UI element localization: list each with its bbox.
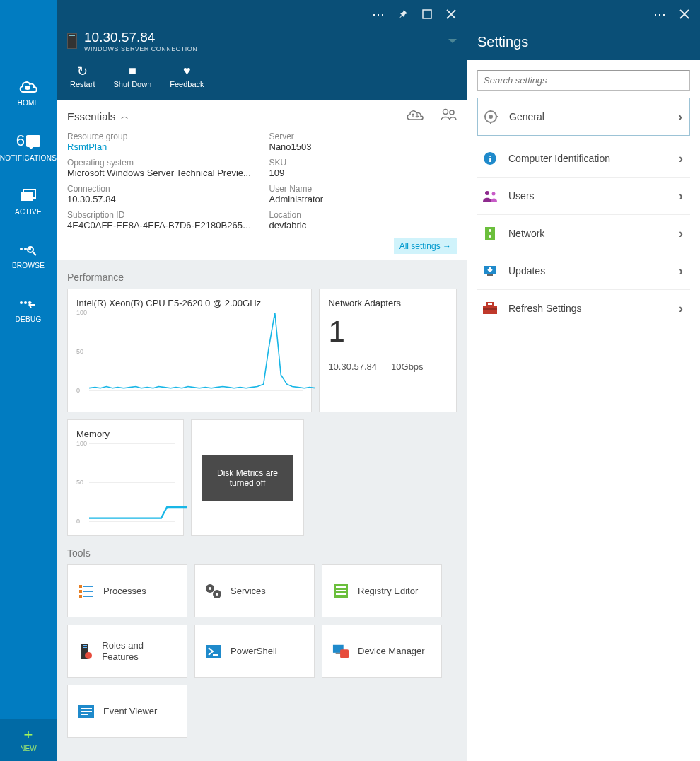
- svg-rect-30: [340, 649, 349, 658]
- network-ip: 10.30.57.84: [328, 361, 377, 372]
- window-stack-icon: [21, 187, 36, 204]
- pin-icon[interactable]: [396, 7, 410, 21]
- performance-header: Performance: [57, 260, 467, 289]
- network-tile[interactable]: Network Adapters 1 10.30.57.84 10Gbps: [319, 289, 457, 412]
- svg-rect-52: [483, 308, 497, 310]
- users-icon[interactable]: [440, 108, 457, 124]
- tool-services[interactable]: Services: [194, 564, 315, 617]
- cloud-sync-icon[interactable]: [406, 108, 424, 124]
- tool-devicemgr[interactable]: Device Manager: [322, 625, 442, 678]
- os-label: Operating system: [67, 158, 255, 168]
- close-icon[interactable]: [444, 7, 458, 21]
- connection-value: 10.30.57.84: [67, 194, 255, 204]
- all-settings-link[interactable]: All settings →: [394, 238, 457, 254]
- tool-roles[interactable]: Roles and Features: [67, 625, 187, 678]
- disk-message: Disk Metrics are turned off: [202, 455, 293, 501]
- nav-new[interactable]: + NEW: [0, 719, 57, 761]
- feedback-button[interactable]: ♥ Feedback: [170, 64, 204, 88]
- subscription-id-value: 4E4C0AFE-EE8A-4EFA-B7D6-E2180B265F2F: [67, 220, 255, 231]
- svg-rect-12: [83, 591, 93, 592]
- svg-rect-5: [423, 10, 431, 18]
- resource-group-label: Resource group: [67, 132, 255, 141]
- location-value: devfabric: [269, 220, 457, 231]
- nav-notifications[interactable]: 6 NOTIFICATIONS: [0, 132, 57, 162]
- essentials-header: Essentials: [67, 110, 115, 122]
- settings-item-computer-id[interactable]: i Computer Identification ›: [477, 140, 690, 178]
- disk-tile[interactable]: Disk Metrics are turned off: [191, 419, 304, 536]
- tool-processes[interactable]: Processes: [67, 564, 187, 617]
- settings-computer-id-label: Computer Identification: [508, 153, 669, 164]
- eventviewer-icon: [78, 703, 95, 720]
- services-icon: [205, 583, 222, 600]
- subscription-id-label: Subscription ID: [67, 210, 255, 220]
- gear-icon: [482, 108, 499, 125]
- settings-item-users[interactable]: Users ›: [477, 178, 690, 215]
- svg-rect-29: [336, 652, 341, 653]
- blade-subtitle: WINDOWS SERVER CONNECTION: [84, 45, 197, 52]
- settings-item-general[interactable]: General ›: [477, 98, 690, 136]
- os-value: Microsoft Windows Server Technical Previ…: [67, 168, 255, 178]
- nav-notifications-label: NOTIFICATIONS: [0, 154, 57, 162]
- svg-point-47: [489, 235, 491, 238]
- notification-bubble-icon: [26, 135, 40, 147]
- svg-rect-45: [485, 227, 495, 240]
- restart-button[interactable]: ↻ Restart: [70, 64, 95, 88]
- cpu-tile[interactable]: Intel(R) Xeon(R) CPU E5-2620 0 @ 2.00GHz…: [67, 289, 312, 412]
- settings-item-network[interactable]: Network ›: [477, 215, 690, 252]
- nav-active[interactable]: ACTIVE: [15, 187, 42, 216]
- restart-icon: ↻: [77, 64, 88, 76]
- nav-debug[interactable]: DEBUG: [15, 294, 41, 323]
- svg-point-17: [216, 593, 218, 596]
- username-label: User Name: [269, 184, 457, 194]
- memory-chart: 100 50 0: [76, 443, 175, 521]
- collapse-icon[interactable]: ︿: [121, 111, 129, 122]
- username-value: Administrator: [269, 194, 457, 204]
- tool-eventviewer[interactable]: Event Viewer: [67, 685, 187, 738]
- shutdown-label: Shut Down: [113, 80, 151, 88]
- registry-icon: [332, 583, 349, 600]
- maximize-icon[interactable]: [420, 7, 434, 21]
- close-icon[interactable]: [677, 7, 692, 21]
- settings-search-input[interactable]: [477, 70, 690, 91]
- nav-browse[interactable]: BROWSE: [12, 240, 45, 269]
- shutdown-button[interactable]: ■ Shut Down: [113, 64, 151, 88]
- sku-value: 109: [269, 168, 457, 178]
- svg-point-7: [450, 110, 454, 115]
- svg-rect-8: [79, 585, 82, 588]
- nav-browse-label: BROWSE: [12, 262, 45, 269]
- svg-rect-33: [81, 711, 92, 712]
- more-icon[interactable]: ⋯: [653, 6, 667, 22]
- plus-icon: +: [24, 727, 33, 743]
- memory-title: Memory: [76, 429, 175, 439]
- svg-point-25: [85, 652, 92, 659]
- chevron-right-icon: ›: [679, 301, 683, 316]
- resource-group-link[interactable]: RsmtPlan: [67, 141, 255, 152]
- cpu-chart: 100 50 0: [76, 313, 303, 390]
- svg-point-43: [485, 191, 489, 195]
- settings-item-refresh[interactable]: Refresh Settings ›: [477, 290, 690, 327]
- powershell-icon: [205, 643, 222, 660]
- users-group-icon: [482, 187, 498, 204]
- svg-point-15: [209, 587, 211, 590]
- server-label: Server: [269, 132, 457, 141]
- chevron-down-icon[interactable]: [448, 39, 457, 43]
- chevron-right-icon: ›: [679, 189, 683, 204]
- essentials-panel: Essentials ︿ Resource groupRsmtPlan: [57, 100, 467, 260]
- settings-item-updates[interactable]: Updates ›: [477, 252, 690, 290]
- svg-point-3: [28, 247, 33, 252]
- debug-icon: [20, 294, 37, 311]
- tool-eventviewer-label: Event Viewer: [103, 706, 157, 717]
- restart-label: Restart: [70, 80, 95, 88]
- server-value: Nano1503: [269, 141, 457, 152]
- tool-processes-label: Processes: [103, 586, 146, 597]
- server-blade: ⋯ 10.30.57.84 WINDOWS SERVER CONNECTION: [57, 0, 467, 761]
- settings-blade-header: ⋯: [467, 0, 700, 28]
- network-count: 1: [328, 313, 448, 354]
- tool-powershell[interactable]: PowerShell: [194, 625, 315, 678]
- cpu-title: Intel(R) Xeon(R) CPU E5-2620 0 @ 2.00GHz: [76, 298, 303, 308]
- memory-tile[interactable]: Memory 100 50 0: [67, 419, 184, 536]
- svg-rect-34: [81, 714, 88, 715]
- tool-registry[interactable]: Registry Editor: [322, 564, 442, 617]
- nav-home[interactable]: HOME: [17, 78, 39, 107]
- more-icon[interactable]: ⋯: [372, 6, 386, 22]
